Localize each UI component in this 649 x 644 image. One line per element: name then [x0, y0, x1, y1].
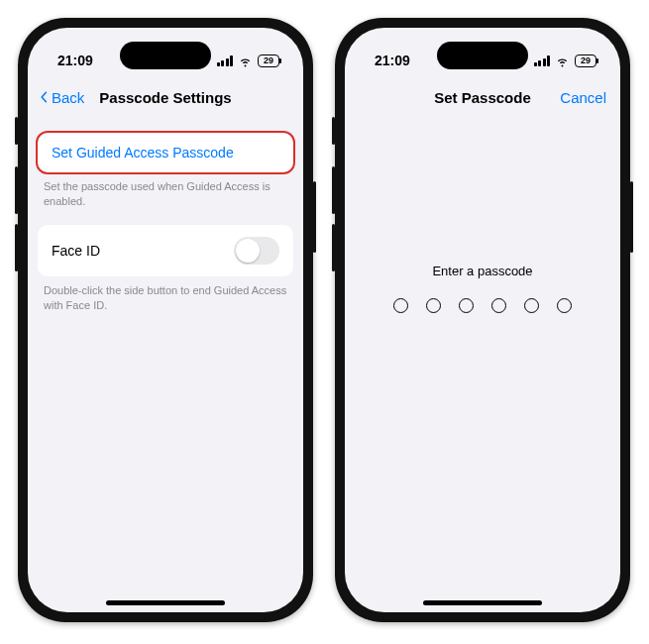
nav-bar: Back Passcode Settings — [28, 77, 303, 117]
phone-left: 21:09 29 Back Passcode Settings Set Guid… — [18, 18, 313, 622]
dynamic-island — [437, 42, 528, 69]
cellular-icon — [217, 55, 234, 66]
passcode-dot — [524, 298, 539, 313]
page-title: Set Passcode — [434, 89, 531, 106]
passcode-dot — [491, 298, 506, 313]
back-button[interactable]: Back — [38, 77, 84, 117]
cellular-icon — [534, 55, 551, 66]
status-time: 21:09 — [57, 53, 93, 68]
passcode-dot — [459, 298, 474, 313]
phone-right: 21:09 29 Set Passcode Cancel Enter a pas… — [335, 18, 630, 622]
nav-bar: Set Passcode Cancel — [345, 77, 620, 117]
passcode-dot — [393, 298, 408, 313]
chevron-left-icon — [38, 91, 50, 103]
home-indicator[interactable] — [106, 600, 225, 605]
face-id-label: Face ID — [52, 243, 100, 259]
passcode-entry: Enter a passcode — [345, 264, 620, 313]
back-label: Back — [52, 89, 84, 106]
battery-icon: 29 — [575, 54, 596, 67]
passcode-dot — [426, 298, 441, 313]
passcode-prompt: Enter a passcode — [345, 264, 620, 278]
page-title: Passcode Settings — [99, 89, 231, 106]
cancel-button[interactable]: Cancel — [560, 77, 606, 117]
passcode-dots[interactable] — [345, 298, 620, 313]
dynamic-island — [120, 42, 211, 69]
wifi-icon — [238, 54, 253, 68]
face-id-row: Face ID — [38, 225, 293, 276]
guided-access-footer: Set the passcode used when Guided Access… — [28, 172, 303, 209]
home-indicator[interactable] — [423, 600, 542, 605]
face-id-footer: Double-click the side button to end Guid… — [28, 276, 303, 313]
set-guided-access-passcode-row[interactable]: Set Guided Access Passcode — [38, 133, 293, 172]
passcode-dot — [557, 298, 572, 313]
toggle-knob — [236, 239, 260, 263]
face-id-toggle[interactable] — [234, 237, 279, 265]
set-guided-access-passcode-label: Set Guided Access Passcode — [52, 145, 234, 161]
status-time: 21:09 — [375, 53, 410, 68]
battery-icon: 29 — [258, 54, 279, 67]
wifi-icon — [555, 54, 570, 68]
cancel-label: Cancel — [560, 89, 606, 106]
